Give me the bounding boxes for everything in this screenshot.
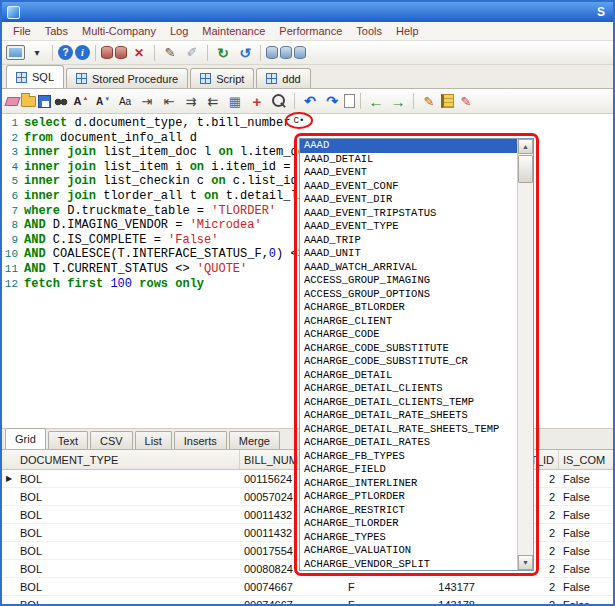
autocomplete-item[interactable]: ACHARGE_DETAIL_RATE_SHEETS — [300, 409, 517, 423]
result-tab-merge[interactable]: Merge — [229, 431, 280, 449]
undo-icon[interactable] — [300, 91, 320, 111]
indent-icon[interactable] — [181, 91, 201, 111]
tab-sql[interactable]: SQL — [6, 65, 64, 88]
run-icon[interactable] — [456, 91, 476, 111]
autocomplete-item[interactable]: AAAD_EVENT — [300, 166, 517, 180]
help-icon[interactable] — [58, 45, 73, 60]
grid-cell: BOL — [16, 545, 240, 557]
tab-right-icon[interactable] — [137, 91, 157, 111]
delete-icon[interactable] — [129, 43, 149, 63]
autocomplete-item[interactable]: ACCESS_GROUP_OPTIONS — [300, 288, 517, 302]
completion-trigger-icon[interactable]: C• — [294, 116, 305, 126]
autocomplete-item[interactable]: ACHARGE_TYPES — [300, 531, 517, 545]
autocomplete-item[interactable]: ACHARGE_CODE_SUBSTITUTE — [300, 342, 517, 356]
autocomplete-item[interactable]: AAAD_TRIP — [300, 234, 517, 248]
menu-file[interactable]: File — [6, 23, 38, 39]
menu-log[interactable]: Log — [163, 23, 195, 39]
autocomplete-item[interactable]: ACHARGE_RESTRICT — [300, 504, 517, 518]
autocomplete-item[interactable]: AAAD_DETAIL — [300, 153, 517, 167]
grid-column-header[interactable]: DOCUMENT_TYPE — [16, 450, 240, 469]
autocomplete-item[interactable]: ACHARGE_DETAIL_CLIENTS_TEMP — [300, 396, 517, 410]
db-blue-2-icon[interactable] — [280, 46, 292, 59]
table-row[interactable]: BOL00074667F1431772False — [2, 578, 613, 596]
eraser-icon[interactable] — [4, 97, 20, 106]
scrollbar-thumb[interactable] — [518, 155, 533, 183]
autocomplete-item[interactable]: AAAD_EVENT_TRIPSTATUS — [300, 207, 517, 221]
autocomplete-item[interactable]: ACHARGE_PTLORDER — [300, 490, 517, 504]
refresh-green-icon[interactable] — [213, 43, 233, 63]
nav-forward-icon[interactable] — [388, 91, 408, 111]
autocomplete-item[interactable]: ACHARGE_DETAIL_RATE_SHEETS_TEMP — [300, 423, 517, 437]
font-decrease-icon[interactable] — [93, 91, 113, 111]
autocomplete-item[interactable]: AAAD_UNIT — [300, 247, 517, 261]
outdent-icon[interactable] — [203, 91, 223, 111]
autocomplete-item[interactable]: ACHARGE_DETAIL_RATES — [300, 436, 517, 450]
title-bar[interactable]: S — [2, 2, 613, 22]
tab-left-icon[interactable] — [159, 91, 179, 111]
folder-open-icon[interactable] — [21, 96, 36, 107]
pencil2-icon[interactable] — [182, 43, 202, 63]
menu-performance[interactable]: Performance — [272, 23, 349, 39]
monitor-icon[interactable] — [6, 45, 25, 60]
refresh-blue-icon[interactable] — [235, 43, 255, 63]
autocomplete-item[interactable]: AAAD_EVENT_CONF — [300, 180, 517, 194]
scroll-up-icon[interactable]: ▲ — [518, 139, 533, 154]
db-red-1-icon[interactable] — [101, 46, 113, 59]
autocomplete-item[interactable]: ACHARGE_DETAIL_CLIENTS — [300, 382, 517, 396]
page-icon[interactable] — [344, 94, 355, 108]
autocomplete-item[interactable]: ACHARGE_CLIENT — [300, 315, 517, 329]
nav-back-icon[interactable] — [366, 91, 386, 111]
autocomplete-item[interactable]: ACHARGE_INTERLINER — [300, 477, 517, 491]
grid-cell: F — [344, 581, 384, 593]
autocomplete-item[interactable]: ACHARGE_CODE — [300, 328, 517, 342]
autocomplete-scrollbar[interactable]: ▲ ▼ — [517, 139, 533, 570]
autocomplete-item[interactable]: ACHARGE_TLORDER — [300, 517, 517, 531]
autocomplete-item[interactable]: ACHARGE_FB_TYPES — [300, 450, 517, 464]
menu-tabs[interactable]: Tabs — [38, 23, 75, 39]
info-icon[interactable] — [75, 45, 90, 60]
db-blue-1-icon[interactable] — [266, 46, 278, 59]
menu-multi-company[interactable]: Multi-Company — [75, 23, 163, 39]
autocomplete-item[interactable]: AAAD — [300, 139, 517, 153]
db-blue-3-icon[interactable] — [294, 46, 306, 59]
autocomplete-item[interactable]: ACHARGE_CODE_SUBSTITUTE_CR — [300, 355, 517, 369]
menu-tools[interactable]: Tools — [349, 23, 389, 39]
autocomplete-item[interactable]: AAAD_WATCH_ARRIVAL — [300, 261, 517, 275]
autocomplete-item[interactable]: ACHARGE_DETAIL — [300, 369, 517, 383]
find-icon[interactable] — [53, 93, 69, 109]
tab-script[interactable]: Script — [190, 68, 254, 88]
font-case-icon[interactable] — [115, 91, 135, 111]
notebook-icon[interactable] — [441, 94, 454, 108]
autocomplete-item[interactable]: ACCESS_GROUP_IMAGING — [300, 274, 517, 288]
edit-pencil-icon[interactable] — [419, 91, 439, 111]
autocomplete-item[interactable]: AAAD_EVENT_DIR — [300, 193, 517, 207]
scroll-down-icon[interactable]: ▼ — [518, 555, 533, 570]
autocomplete-item[interactable]: ACHARGE_VENDOR_SPLIT — [300, 558, 517, 570]
grid-column-header[interactable]: IS_COM — [559, 450, 615, 469]
grid-cell: BOL — [16, 563, 240, 575]
result-tab-grid[interactable]: Grid — [5, 428, 46, 449]
font-increase-icon[interactable] — [71, 91, 91, 111]
menu-help[interactable]: Help — [389, 23, 426, 39]
save-icon[interactable] — [38, 95, 51, 108]
result-tab-text[interactable]: Text — [48, 431, 88, 449]
db-red-2-icon[interactable] — [115, 46, 127, 59]
result-tab-csv[interactable]: CSV — [90, 431, 133, 449]
tab-stored-procedure[interactable]: Stored Procedure — [66, 68, 188, 88]
row-marker: ▶ — [2, 474, 16, 483]
autocomplete-item[interactable]: ACHARGE_BTLORDER — [300, 301, 517, 315]
table-row[interactable]: BOL00074667F1431782False — [2, 596, 613, 604]
pencil-icon[interactable] — [160, 43, 180, 63]
grid-filter-icon[interactable] — [225, 91, 245, 111]
add-icon[interactable] — [247, 91, 267, 111]
result-tab-inserts[interactable]: Inserts — [174, 431, 227, 449]
autocomplete-item[interactable]: ACHARGE_VALUATION — [300, 544, 517, 558]
menu-maintenance[interactable]: Maintenance — [195, 23, 272, 39]
result-tab-list[interactable]: List — [135, 431, 172, 449]
redo-icon[interactable] — [322, 91, 342, 111]
autocomplete-item[interactable]: ACHARGE_FIELD — [300, 463, 517, 477]
tab-ddd[interactable]: ddd — [256, 68, 310, 88]
zoom-icon[interactable] — [269, 91, 289, 111]
caret-down-icon[interactable] — [27, 43, 47, 63]
autocomplete-item[interactable]: AAAD_EVENT_TYPE — [300, 220, 517, 234]
